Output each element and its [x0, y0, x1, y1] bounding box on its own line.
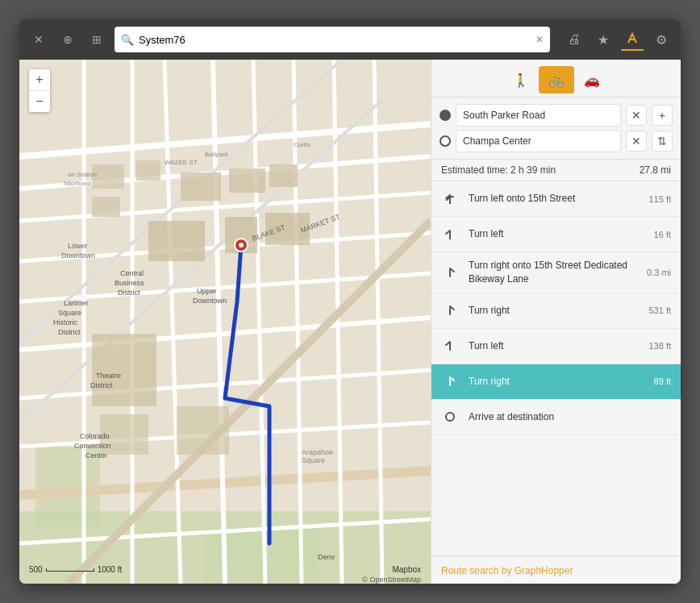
route-from-dot	[440, 110, 451, 121]
svg-text:Downtown: Downtown	[61, 252, 95, 260]
direction-text-5: Turn left	[469, 339, 639, 353]
svg-point-38	[239, 243, 244, 247]
route-to-input[interactable]: Champa Center	[456, 130, 621, 152]
svg-rect-29	[229, 168, 265, 193]
svg-text:Convention: Convention	[74, 442, 111, 450]
tab-bike[interactable]: 🚲	[539, 66, 574, 94]
direction-text-6: Turn right	[469, 375, 644, 389]
svg-text:Theatre: Theatre	[96, 372, 121, 380]
settings-button[interactable]: ⚙	[650, 28, 673, 51]
scale-line	[46, 568, 94, 572]
svg-rect-36	[177, 406, 229, 455]
map-area[interactable]: BLAKE ST MARKET ST WAZEE ST Upper Downto…	[19, 60, 431, 584]
directions-list[interactable]: Turn left onto 15th Street 115 ft Turn l…	[431, 181, 681, 555]
sidebar-footer: Route search by GraphHopper	[431, 555, 681, 584]
svg-text:Upper: Upper	[197, 287, 217, 295]
estimated-time-label: Estimated time: 2 h 39 min	[441, 164, 556, 176]
svg-rect-30	[269, 164, 298, 187]
mapbox-credit: Mapbox	[392, 565, 421, 574]
title-bar: ✕ ⊕ ⊞ 🔍 System76 ✕ 🖨 ★ ⚙	[19, 19, 681, 60]
route-swap-button[interactable]: ⇅	[652, 131, 673, 152]
zoom-in-button[interactable]: +	[29, 69, 50, 90]
map-zoom-controls: + −	[29, 69, 50, 112]
direction-distance-1: 115 ft	[648, 194, 671, 204]
direction-distance-6: 89 ft	[654, 376, 671, 386]
print-button[interactable]: 🖨	[563, 28, 585, 51]
direction-item-4[interactable]: Turn right 531 ft	[431, 293, 681, 329]
destination-icon-7	[441, 408, 459, 426]
location-button[interactable]: ⊕	[56, 28, 79, 51]
svg-text:Square: Square	[302, 456, 325, 464]
svg-rect-27	[92, 197, 120, 217]
scale-label-1: 500	[29, 565, 43, 574]
svg-rect-34	[92, 334, 156, 406]
title-bar-right: 🖨 ★ ⚙	[563, 28, 673, 51]
svg-text:Colorado: Colorado	[80, 432, 110, 440]
layers-button[interactable]: ⊞	[85, 28, 108, 51]
direction-text-2: Turn left	[469, 227, 644, 241]
direction-item-1[interactable]: Turn left onto 15th Street 115 ft	[431, 181, 681, 217]
turn-left-icon-1	[441, 190, 459, 208]
zoom-out-button[interactable]: −	[29, 91, 50, 112]
search-input[interactable]: System76	[139, 34, 531, 46]
direction-distance-2: 16 ft	[654, 230, 671, 239]
svg-text:hborhood: hborhood	[64, 180, 91, 187]
direction-distance-5: 138 ft	[648, 341, 671, 351]
svg-text:Lower: Lower	[68, 242, 88, 250]
direction-item-3[interactable]: Turn right onto 15th Street Dedicated Bi…	[431, 252, 681, 293]
svg-text:Square: Square	[58, 309, 81, 317]
turn-right-icon-3	[441, 264, 459, 281]
tab-car[interactable]: 🚗	[574, 66, 610, 94]
close-button[interactable]: ✕	[27, 28, 50, 51]
route-inputs: South Parker Road ✕ + Champa Center ✕ ⇅	[431, 98, 681, 160]
route-from-row: South Parker Road ✕ +	[440, 104, 673, 127]
svg-text:WAZEE ST: WAZEE ST	[165, 159, 198, 166]
svg-point-65	[446, 413, 454, 421]
direction-item-6[interactable]: Turn right 89 ft	[431, 364, 681, 400]
svg-text:Business: Business	[115, 279, 144, 287]
app-window: ✕ ⊕ ⊞ 🔍 System76 ✕ 🖨 ★ ⚙	[19, 19, 681, 584]
route-add-button[interactable]: +	[652, 105, 673, 126]
scale-label-2: 1000 ft	[98, 565, 123, 574]
svg-text:District: District	[58, 328, 81, 336]
route-to-dot	[440, 135, 451, 147]
map-svg: BLAKE ST MARKET ST WAZEE ST Upper Downto…	[19, 60, 431, 584]
turn-left-icon-5	[441, 337, 459, 355]
direction-text-4: Turn right	[469, 304, 639, 318]
direction-distance-3: 0.3 mi	[647, 268, 671, 277]
estimated-distance: 27.8 mi	[640, 164, 671, 176]
svg-rect-26	[136, 160, 160, 181]
search-icon: 🔍	[121, 34, 134, 46]
turn-right-icon-4	[441, 302, 459, 319]
graphhopper-link[interactable]: Route search by GraphHopper	[441, 565, 573, 576]
svg-text:District: District	[90, 381, 113, 389]
direction-text-1: Turn left onto 15th Street	[469, 192, 639, 206]
route-to-row: Champa Center ✕ ⇅	[440, 130, 673, 152]
direction-item-7[interactable]: Arrive at destination	[431, 400, 681, 435]
svg-text:Ballpark: Ballpark	[205, 151, 229, 158]
turn-left-icon-2	[441, 226, 459, 243]
svg-text:Curtis: Curtis	[294, 141, 310, 148]
map-scale: 500 1000 ft	[29, 565, 122, 574]
route-to-clear[interactable]: ✕	[626, 131, 647, 152]
search-clear-icon[interactable]: ✕	[535, 34, 544, 45]
svg-text:Denv: Denv	[318, 553, 335, 561]
sidebar: 🚶 🚲 🚗 South Parker Road ✕ +	[431, 60, 681, 584]
mode-tabs: 🚶 🚲 🚗	[431, 60, 681, 98]
star-button[interactable]: ★	[592, 28, 615, 51]
turn-right-icon-6-active	[441, 372, 459, 390]
direction-item-5[interactable]: Turn left 138 ft	[431, 329, 681, 364]
route-from-clear[interactable]: ✕	[626, 105, 647, 126]
osm-credit: © OpenStreetMap	[362, 576, 421, 584]
direction-item-2[interactable]: Turn left 16 ft	[431, 217, 681, 252]
svg-rect-31	[148, 221, 205, 261]
svg-text:Center: Center	[85, 451, 107, 460]
tab-walk[interactable]: 🚶	[503, 66, 539, 94]
search-bar: 🔍 System76 ✕	[115, 27, 550, 52]
svg-rect-28	[181, 173, 221, 201]
main-content: BLAKE ST MARKET ST WAZEE ST Upper Downto…	[19, 60, 681, 584]
estimated-time-bar: Estimated time: 2 h 39 min 27.8 mi	[431, 160, 681, 181]
routing-button[interactable]	[621, 28, 644, 51]
route-from-input[interactable]: South Parker Road	[456, 104, 621, 127]
svg-text:Historic: Historic	[53, 318, 78, 326]
